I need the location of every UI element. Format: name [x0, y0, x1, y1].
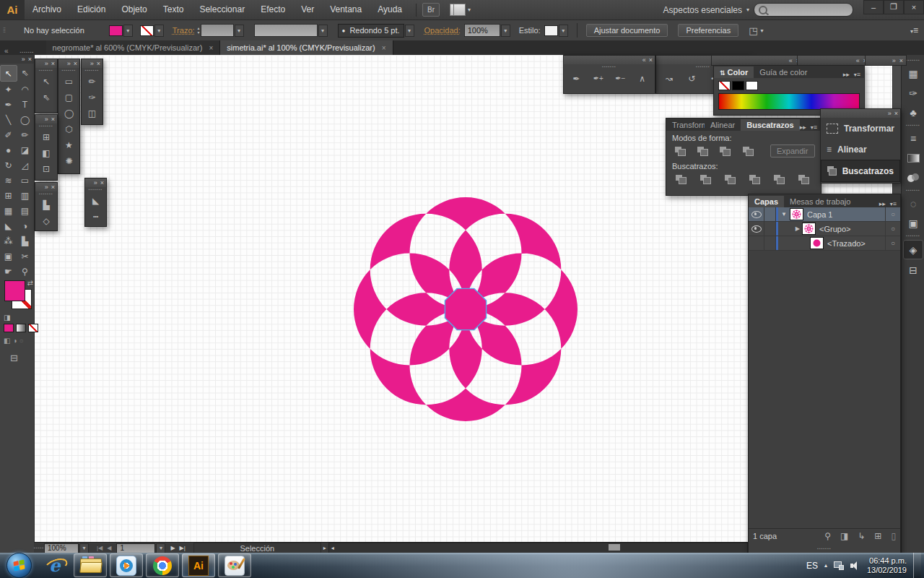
- last-artboard-icon[interactable]: ▶|: [178, 545, 188, 551]
- palette-header[interactable]: »×: [58, 59, 79, 68]
- none-swatch[interactable]: [718, 81, 731, 90]
- expand-triangle-icon[interactable]: ▼: [778, 211, 790, 217]
- status-display[interactable]: Selección: [193, 543, 321, 553]
- target-circle-icon[interactable]: ○: [885, 236, 900, 250]
- tab-buscatrazos[interactable]: Buscatrazos: [741, 119, 799, 131]
- scale-tool[interactable]: ◿: [17, 158, 33, 173]
- rotate-tool[interactable]: ↻: [1, 158, 17, 173]
- layer-thumbnail[interactable]: [790, 208, 803, 220]
- measure-tool[interactable]: ┅: [88, 209, 104, 224]
- drag-grip-icon[interactable]: ▪▪▪▪▪▪▪: [902, 123, 924, 128]
- unite-button[interactable]: [672, 144, 688, 158]
- star-tool[interactable]: ★: [61, 137, 77, 152]
- pen-tool[interactable]: ✒: [1, 97, 17, 112]
- menu-ventana[interactable]: Ventana: [322, 0, 370, 20]
- menu-archivo[interactable]: Archivo: [25, 0, 69, 20]
- color-spectrum-bar[interactable]: [718, 93, 860, 110]
- expand-triangle-icon[interactable]: ▶: [778, 225, 802, 232]
- brush-definition-dropdown[interactable]: ▾: [405, 25, 414, 37]
- menu-ver[interactable]: Ver: [293, 0, 322, 20]
- brushes-panel-icon[interactable]: ✑: [904, 84, 923, 102]
- restore-button[interactable]: ❐: [884, 0, 904, 14]
- add-anchor-point-tool[interactable]: ✒+: [590, 71, 606, 86]
- target-circle-icon[interactable]: ○: [885, 222, 900, 236]
- artboard-number-value[interactable]: 1: [116, 543, 155, 553]
- shape-builder-tool[interactable]: ⊞: [1, 188, 17, 203]
- drag-grip-icon[interactable]: ▪▪▪▪▪▪▪: [902, 233, 924, 238]
- collapse-to-icons-icon[interactable]: ▸▸: [843, 71, 850, 78]
- slice-tool[interactable]: ✂: [17, 249, 33, 264]
- warp-tool[interactable]: ↝: [661, 71, 677, 86]
- trim-button[interactable]: [697, 172, 714, 186]
- minimize-button[interactable]: –: [863, 0, 884, 14]
- layer-row-capa1[interactable]: ▼ Capa 1 ○: [749, 207, 900, 222]
- menu-edicion[interactable]: Edición: [69, 0, 113, 20]
- layers-panel-icon[interactable]: ◈: [903, 240, 923, 259]
- swap-fill-stroke-icon[interactable]: ⇄: [27, 279, 33, 287]
- perspective-grid-tool[interactable]: ▥: [17, 188, 33, 203]
- type-tool[interactable]: T: [17, 97, 33, 112]
- expand-button[interactable]: Expandir: [770, 144, 815, 158]
- screen-mode-button[interactable]: ⊟: [10, 353, 18, 363]
- path-thumbnail[interactable]: [810, 237, 824, 249]
- palette-header[interactable]: »×: [85, 178, 106, 187]
- color-button[interactable]: [4, 324, 14, 332]
- blob-brush-tool[interactable]: ●: [1, 142, 17, 158]
- magic-wand-tool[interactable]: ✦: [1, 82, 17, 97]
- panel-menu-icon[interactable]: ▾≡: [890, 200, 897, 207]
- dock-group-header[interactable]: «×: [711, 55, 803, 66]
- opacity-link[interactable]: Opacidad:: [424, 26, 461, 35]
- volume-icon[interactable]: [850, 561, 860, 570]
- visibility-toggle[interactable]: [749, 222, 764, 236]
- collapse-to-icons-icon[interactable]: ▸▸: [800, 124, 806, 131]
- close-tab-icon[interactable]: ×: [382, 44, 386, 52]
- artboard-tool[interactable]: ▣: [1, 249, 17, 264]
- shape-builder-tool[interactable]: ⊞: [38, 129, 54, 144]
- search-input[interactable]: [754, 3, 853, 17]
- zoom-level-value[interactable]: 100%: [44, 543, 79, 553]
- horizontal-scrollbar[interactable]: ◂: [328, 543, 748, 553]
- ellipse-tool[interactable]: ◯: [61, 105, 77, 121]
- tab-color[interactable]: ⇅ Color: [714, 66, 754, 78]
- status-menu-icon[interactable]: ▸: [321, 545, 328, 551]
- isolate-mode-icon[interactable]: ◳: [749, 25, 757, 36]
- tab-alinear[interactable]: Alinear: [705, 119, 741, 131]
- perspective-selection-tool[interactable]: ◇: [38, 213, 54, 228]
- default-fill-stroke-icon[interactable]: ◨: [4, 314, 10, 322]
- language-indicator[interactable]: ES: [806, 561, 818, 571]
- free-transform-tool[interactable]: ▭: [17, 173, 33, 188]
- draw-behind-icon[interactable]: ◑: [12, 337, 17, 345]
- close-tab-icon[interactable]: ×: [209, 44, 213, 52]
- stroke-color-swatch[interactable]: [140, 25, 154, 36]
- lock-toggle[interactable]: [764, 222, 776, 236]
- layer-name[interactable]: <Trazado>: [827, 239, 866, 248]
- symbols-panel-icon[interactable]: ♣: [904, 103, 923, 121]
- zoom-tool[interactable]: ⚲: [17, 264, 33, 279]
- zoom-level-dropdown[interactable]: ▾: [79, 543, 89, 553]
- style-dropdown[interactable]: ▾: [559, 25, 568, 37]
- previous-artboard-icon[interactable]: ◀: [105, 545, 113, 551]
- network-icon[interactable]: [834, 561, 844, 570]
- palette-header[interactable]: »×: [35, 183, 57, 191]
- menu-efecto[interactable]: Efecto: [253, 0, 293, 20]
- layer-name[interactable]: <Grupo>: [819, 225, 850, 233]
- tab-mesas-de-trabajo[interactable]: Mesas de trabajo: [784, 196, 856, 207]
- swatches-panel-icon[interactable]: ▦: [904, 64, 923, 82]
- merge-button[interactable]: [721, 172, 738, 186]
- collapse-to-icons-icon[interactable]: ▸▸: [879, 200, 886, 207]
- drag-grip-icon[interactable]: ▪▪▪▪▪▪▪: [58, 68, 79, 73]
- fit-document-button[interactable]: Ajustar documento: [586, 24, 668, 37]
- panel-menu-icon[interactable]: ▾≡: [854, 71, 860, 78]
- taskbar-chrome[interactable]: [146, 553, 179, 577]
- rosette-artwork[interactable]: [343, 186, 588, 432]
- selection-tool[interactable]: ↖: [0, 65, 17, 82]
- crop-button[interactable]: [746, 172, 763, 186]
- column-graph-tool[interactable]: ▙: [38, 197, 54, 212]
- lasso-tool[interactable]: ◠: [17, 82, 33, 97]
- tab-transformar[interactable]: Transform: [666, 119, 705, 131]
- drag-grip-icon[interactable]: ▪▪▪▪▪▪▪: [564, 64, 655, 69]
- dock-item-transformar[interactable]: Transformar: [821, 118, 900, 139]
- hand-tool[interactable]: ☛: [1, 264, 17, 279]
- drag-grip-icon[interactable]: ▪▪▪▪▪▪▪: [902, 188, 924, 193]
- arrange-documents-button[interactable]: ▾: [450, 4, 471, 16]
